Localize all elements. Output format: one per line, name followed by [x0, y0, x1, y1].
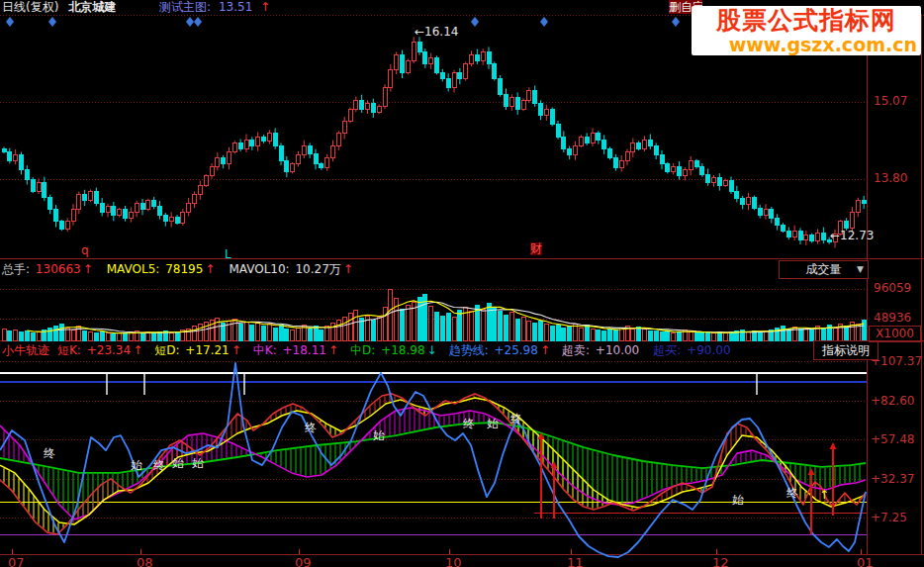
- up-arrow-icon: ↑: [133, 343, 142, 357]
- up-arrow-icon: ↑: [343, 262, 353, 276]
- main-indicator-label: 测试主图:: [159, 0, 211, 14]
- phase-label: 始: [131, 459, 142, 472]
- indicator-axis-label: +32.37: [871, 473, 914, 486]
- phase-label: 始: [373, 429, 385, 442]
- volume-header: 总手: 130663↑MAVOL5: 78195↑MAVOL10: 10.27万…: [2, 261, 367, 278]
- indicator-line-label: 中K:: [253, 343, 281, 357]
- indicator-line-label: 超买:: [653, 343, 685, 357]
- indicator-line-value: +23.34: [87, 343, 131, 357]
- volume-type-dropdown[interactable]: 成交量 ▼: [779, 260, 869, 279]
- app-window: 日线(复权) 北京城建 测试主图: 13.51 ↑ 删自定 15.0713.80…: [0, 0, 924, 567]
- month-label: 01: [857, 556, 874, 567]
- indicator-axis-label: +82.60: [871, 395, 914, 408]
- title-bar: 日线(复权) 北京城建 测试主图: 13.51 ↑: [2, 0, 270, 14]
- month-label: 09: [295, 556, 312, 567]
- watermark-url: www.gszx.com.cn: [692, 35, 921, 54]
- phase-label: 终: [44, 447, 55, 460]
- volume-ma-label: 总手:: [2, 262, 34, 276]
- indicator-line-label: 趋势线:: [449, 343, 493, 357]
- volume-ma-value: 78195: [165, 262, 203, 276]
- phase-label: 始: [172, 457, 184, 470]
- period-label[interactable]: 日线(复权): [2, 0, 58, 14]
- indicator-header: 小牛轨迹短K: +23.34↑短D: +17.21↑中K: +18.11↑中D:…: [2, 342, 745, 358]
- month-label: 08: [137, 556, 153, 567]
- indicator-name: 小牛轨迹: [2, 343, 49, 357]
- volume-axis-label: 96059: [874, 282, 911, 295]
- up-arrow-icon: ↑: [83, 262, 93, 276]
- phase-label: 始: [192, 457, 204, 470]
- up-arrow-icon: ↑: [231, 343, 241, 357]
- up-arrow-icon: ↑: [260, 0, 270, 14]
- price-axis-label: 13.80: [874, 172, 907, 185]
- indicator-line-label: 短K:: [57, 343, 85, 357]
- low-annotation: ←12.73: [830, 229, 874, 242]
- indicator-line-label: 超卖:: [562, 343, 594, 357]
- indicator-line-value: +25.98: [494, 343, 537, 357]
- up-arrow-icon: ↑: [328, 343, 338, 357]
- chart-marker: ↑: [819, 489, 829, 502]
- phase-label: 始: [732, 494, 744, 507]
- indicator-help-button[interactable]: 指标说明: [813, 340, 878, 360]
- month-label: 10: [445, 556, 462, 567]
- phase-label: 始: [487, 418, 499, 430]
- indicator-axis-label: +57.48: [871, 433, 914, 446]
- phase-label: 终: [510, 413, 522, 425]
- stock-name[interactable]: 北京城建: [68, 0, 116, 14]
- chart-marker: L: [225, 248, 231, 261]
- volume-ma-label: MAVOL5:: [107, 262, 163, 276]
- price-axis-label: 15.07: [874, 95, 907, 108]
- indicator-line-value: +90.00: [687, 343, 730, 357]
- up-arrow-icon: ↑: [205, 262, 215, 276]
- indicator-axis-label: +7.25: [871, 512, 907, 524]
- indicator-line-value: +18.98: [381, 343, 424, 357]
- chart-marker: 财: [530, 242, 542, 255]
- volume-axis-label: 48936: [874, 312, 911, 325]
- month-label: 11: [567, 556, 584, 567]
- chevron-down-icon: ▼: [857, 261, 864, 278]
- volume-ma-value: 10.27万: [295, 262, 340, 276]
- indicator-line-label: 中D:: [350, 343, 379, 357]
- month-label: 07: [8, 556, 25, 567]
- down-arrow-icon: ↓: [427, 343, 437, 357]
- indicator-line-value: +18.11: [283, 343, 326, 357]
- phase-label: 终: [786, 487, 798, 500]
- indicator-line-label: 短D:: [154, 343, 183, 357]
- volume-ma-value: 130663: [36, 262, 81, 276]
- indicator-line-value: +17.21: [185, 343, 229, 357]
- watermark-title: 股票公式指标网: [692, 6, 921, 35]
- volume-unit-badge: X1000: [869, 326, 921, 342]
- high-annotation: ←16.14: [415, 25, 458, 39]
- volume-type-label: 成交量: [806, 262, 842, 276]
- month-label: 12: [712, 556, 729, 567]
- chart-marker: q: [81, 244, 89, 257]
- phase-label: 终: [463, 418, 475, 430]
- phase-label: 终: [305, 422, 317, 434]
- up-arrow-icon: ↑: [540, 343, 550, 357]
- phase-label: 终: [153, 459, 165, 472]
- chart-canvas[interactable]: [0, 0, 924, 567]
- main-indicator-value: 13.51: [219, 0, 252, 14]
- watermark: 股票公式指标网 www.gszx.com.cn: [692, 6, 921, 55]
- volume-ma-label: MAVOL10:: [229, 262, 293, 276]
- indicator-line-value: +10.00: [596, 343, 639, 357]
